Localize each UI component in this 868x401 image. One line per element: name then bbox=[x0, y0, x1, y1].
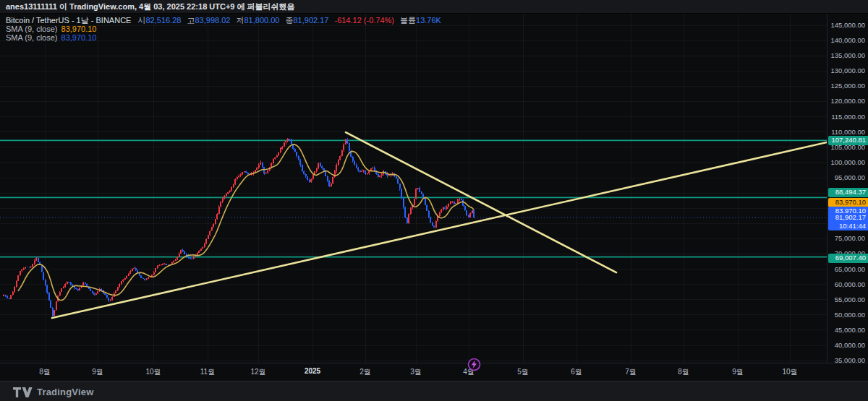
x-month-label: 12월 bbox=[242, 367, 274, 377]
y-tick-label: 100,000.00 bbox=[830, 158, 865, 166]
chart-legend: Bitcoin / TetherUS - 1날 - BINANCE 시82,51… bbox=[6, 16, 445, 42]
publish-notice-text: anes13111111 이 TradingView.com, 4월 03, 2… bbox=[6, 2, 295, 11]
y-tick-label: 140,000.00 bbox=[830, 36, 865, 44]
trendlines-layer[interactable] bbox=[52, 132, 827, 318]
y-tick-label: 45,000.00 bbox=[835, 326, 865, 334]
high-value: 83,998.02 bbox=[195, 16, 230, 25]
low-label: 저 bbox=[236, 16, 244, 25]
y-tick-label: 120,000.00 bbox=[830, 97, 865, 105]
y-tick-label: 130,000.00 bbox=[830, 66, 865, 74]
y-tick-label: 95,000.00 bbox=[835, 173, 865, 181]
sma2-label: SMA (9, close) bbox=[6, 33, 58, 42]
symbol-title[interactable]: Bitcoin / TetherUS - 1날 - BINANCE bbox=[6, 16, 131, 25]
x-month-label: 7월 bbox=[615, 367, 647, 377]
candles-layer[interactable] bbox=[3, 138, 475, 316]
y-tick-label: 40,000.00 bbox=[835, 341, 865, 349]
price-badge: 88,494.37 bbox=[828, 188, 868, 197]
x-month-label: 10월 bbox=[774, 367, 806, 377]
tradingview-logo-icon bbox=[13, 387, 33, 397]
price-axis[interactable]: 35,000.0040,000.0045,000.0050,000.0055,0… bbox=[827, 14, 868, 363]
change-value: -614.12 (-0.74%) bbox=[334, 16, 394, 25]
sma2-legend-row[interactable]: SMA (9, close)83,970.10 bbox=[6, 33, 445, 42]
grid-layer bbox=[0, 14, 827, 363]
publish-header: anes13111111 이 TradingView.com, 4월 03, 2… bbox=[0, 0, 868, 14]
open-value: 82,516.28 bbox=[145, 16, 181, 25]
y-tick-label: 75,000.00 bbox=[835, 234, 865, 242]
candlestick-plot[interactable] bbox=[0, 14, 827, 366]
tradingview-logo-link[interactable]: TradingView bbox=[13, 387, 94, 397]
time-axis[interactable]: 8월9월10월11월12월20252월3월4월5월6월7월8월9월10월 bbox=[0, 363, 868, 381]
price-badge: 107,240.81 bbox=[828, 136, 868, 145]
y-tick-label: 50,000.00 bbox=[835, 311, 865, 319]
chart-pane[interactable]: Bitcoin / TetherUS - 1날 - BINANCE 시82,51… bbox=[0, 14, 868, 363]
x-month-label: 8월 bbox=[29, 367, 61, 377]
y-tick-label: 55,000.00 bbox=[835, 296, 865, 303]
price-badge: 69,007.40 bbox=[828, 254, 868, 263]
publication-flash-marker[interactable] bbox=[467, 358, 481, 371]
high-label: 고 bbox=[187, 16, 195, 25]
price-badge: 81,902.1710:41:44 bbox=[828, 213, 868, 230]
sma-line[interactable] bbox=[18, 145, 474, 301]
sma1-label: SMA (9, close) bbox=[6, 25, 58, 33]
y-tick-label: 65,000.00 bbox=[835, 265, 865, 273]
x-month-label: 3월 bbox=[400, 367, 432, 377]
y-tick-label: 110,000.00 bbox=[831, 128, 865, 136]
level-lines-layer[interactable] bbox=[0, 140, 827, 256]
x-month-label: 2025 bbox=[297, 367, 328, 375]
footer-bar: TradingView bbox=[0, 381, 868, 401]
y-tick-label: 125,000.00 bbox=[830, 82, 865, 90]
volume-label: 볼륨 bbox=[400, 16, 416, 25]
tradingview-brand-text: TradingView bbox=[37, 387, 94, 397]
y-tick-label: 60,000.00 bbox=[835, 280, 865, 288]
flash-icon bbox=[467, 358, 481, 371]
x-month-label: 5월 bbox=[507, 367, 539, 377]
close-label: 종 bbox=[285, 16, 293, 25]
x-month-label: 2월 bbox=[349, 367, 381, 377]
x-month-label: 11월 bbox=[192, 367, 224, 377]
tradingview-published-chart: anes13111111 이 TradingView.com, 4월 03, 2… bbox=[0, 0, 868, 401]
sma2-value: 83,970.10 bbox=[61, 33, 97, 42]
x-month-label: 9월 bbox=[722, 367, 754, 377]
x-month-label: 8월 bbox=[668, 367, 699, 377]
low-value: 81,800.00 bbox=[244, 16, 279, 25]
sma1-value: 83,970.10 bbox=[61, 25, 97, 33]
x-month-label: 10월 bbox=[137, 367, 169, 377]
open-label: 시 bbox=[137, 16, 145, 25]
close-value: 81,902.17 bbox=[293, 16, 328, 25]
volume-value: 13.76K bbox=[416, 16, 441, 25]
sma1-legend-row[interactable]: SMA (9, close)83,970.10 bbox=[6, 25, 445, 33]
descending-resistance[interactable] bbox=[346, 132, 616, 272]
x-month-label: 6월 bbox=[561, 367, 592, 377]
x-month-label: 9월 bbox=[82, 367, 114, 377]
symbol-legend-row[interactable]: Bitcoin / TetherUS - 1날 - BINANCE 시82,51… bbox=[6, 16, 445, 25]
ascending-support[interactable] bbox=[52, 142, 827, 318]
y-tick-label: 135,000.00 bbox=[830, 51, 865, 59]
y-tick-label: 115,000.00 bbox=[831, 113, 865, 121]
y-tick-label: 145,000.00 bbox=[830, 21, 865, 29]
